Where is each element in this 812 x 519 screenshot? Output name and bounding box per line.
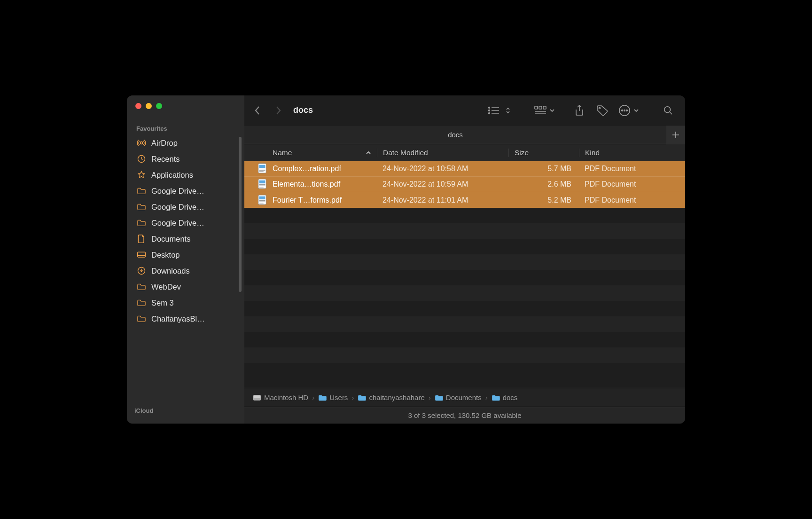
file-row[interactable]: Elementa…tions.pdf 24-Nov-2022 at 10:59 …	[244, 177, 685, 192]
column-date-modified[interactable]: Date Modified	[377, 149, 508, 157]
file-date: 24-Nov-2022 at 11:01 AM	[377, 196, 508, 204]
file-row[interactable]: Complex…ration.pdf 24-Nov-2022 at 10:58 …	[244, 161, 685, 177]
file-kind: PDF Document	[579, 165, 685, 173]
svg-rect-9	[543, 106, 546, 109]
chevron-right-icon: ›	[351, 393, 354, 401]
sidebar-item-desktop[interactable]: Desktop	[127, 247, 244, 263]
column-kind[interactable]: Kind	[579, 149, 685, 157]
forward-button[interactable]	[273, 106, 283, 115]
pdf-file-icon	[258, 179, 268, 190]
path-item-documents[interactable]: Documents	[435, 393, 482, 401]
file-kind: PDF Document	[579, 196, 685, 204]
empty-row	[244, 254, 685, 270]
group-by-button[interactable]	[532, 102, 549, 119]
sidebar-item-sem3[interactable]: Sem 3	[127, 295, 244, 311]
new-tab-button[interactable]	[666, 126, 685, 144]
empty-row	[244, 239, 685, 254]
svg-point-13	[624, 110, 625, 111]
back-button[interactable]	[253, 106, 262, 115]
empty-row	[244, 301, 685, 316]
minimize-window-button[interactable]	[146, 103, 152, 109]
svg-rect-29	[259, 201, 265, 202]
path-item-docs[interactable]: docs	[492, 393, 518, 401]
sidebar-item-google-drive-2[interactable]: Google Drive…	[127, 199, 244, 215]
sidebar-scrollbar[interactable]	[239, 137, 242, 292]
sidebar-item-google-drive-1[interactable]: Google Drive…	[127, 183, 244, 199]
svg-point-6	[489, 112, 490, 114]
view-list-button[interactable]	[485, 102, 502, 119]
path-bar: Macintosh HD › Users › chaitanyashahare …	[244, 388, 685, 407]
sidebar-item-label: WebDev	[151, 283, 181, 291]
sidebar-item-webdev[interactable]: WebDev	[127, 279, 244, 295]
clock-icon	[136, 154, 147, 164]
svg-rect-24	[259, 186, 265, 186]
tab-bar: docs	[244, 126, 685, 144]
finder-window: Favourites AirDrop Recents Applications …	[127, 95, 685, 424]
tags-button[interactable]	[593, 102, 610, 119]
desktop-icon	[136, 250, 147, 260]
pdf-file-icon	[258, 163, 268, 174]
airdrop-icon	[136, 138, 147, 148]
svg-point-10	[599, 107, 601, 109]
sidebar-item-documents[interactable]: Documents	[127, 231, 244, 247]
sidebar-item-chaitanyasbl[interactable]: ChaitanyasBl…	[127, 311, 244, 327]
sidebar-item-label: Google Drive…	[151, 187, 204, 196]
sidebar: Favourites AirDrop Recents Applications …	[127, 95, 244, 424]
folder-icon	[358, 394, 366, 401]
file-date: 24-Nov-2022 at 10:58 AM	[377, 165, 508, 173]
file-row[interactable]: Fourier T…forms.pdf 24-Nov-2022 at 11:01…	[244, 192, 685, 208]
chevron-down-icon[interactable]	[632, 102, 640, 119]
svg-point-12	[622, 110, 623, 111]
path-label: Macintosh HD	[264, 393, 308, 401]
svg-point-4	[489, 107, 490, 108]
folder-icon	[136, 298, 147, 308]
sidebar-item-recents[interactable]: Recents	[127, 151, 244, 167]
svg-rect-8	[539, 106, 542, 109]
sidebar-item-label: Documents	[151, 235, 190, 244]
drive-icon	[253, 394, 261, 401]
svg-rect-25	[259, 187, 264, 187]
folder-icon	[136, 314, 147, 324]
sidebar-item-google-drive-3[interactable]: Google Drive…	[127, 215, 244, 231]
folder-icon	[318, 394, 327, 401]
svg-rect-7	[535, 106, 538, 109]
chevron-right-icon: ›	[429, 393, 431, 401]
sidebar-item-downloads[interactable]: Downloads	[127, 263, 244, 279]
status-bar: 3 of 3 selected, 130.52 GB available	[244, 407, 685, 424]
zoom-window-button[interactable]	[156, 103, 162, 109]
file-size: 5.2 MB	[508, 196, 579, 204]
chevron-down-icon[interactable]	[548, 102, 556, 119]
sidebar-item-airdrop[interactable]: AirDrop	[127, 135, 244, 151]
svg-rect-32	[253, 398, 261, 400]
column-name[interactable]: Name	[273, 149, 377, 157]
file-list: Complex…ration.pdf 24-Nov-2022 at 10:58 …	[244, 161, 685, 388]
share-button[interactable]	[571, 102, 588, 119]
file-size: 5.7 MB	[508, 165, 579, 173]
chevron-right-icon: ›	[485, 393, 488, 401]
search-button[interactable]	[660, 102, 677, 119]
sidebar-item-applications[interactable]: Applications	[127, 167, 244, 183]
main-pane: docs docs Name	[244, 95, 685, 424]
svg-rect-22	[259, 181, 265, 183]
view-options-button[interactable]	[504, 102, 512, 119]
sort-ascending-icon	[366, 150, 371, 155]
more-actions-button[interactable]	[616, 102, 633, 119]
svg-rect-20	[259, 171, 264, 172]
column-size[interactable]: Size	[508, 149, 579, 157]
status-text: 3 of 3 selected, 130.52 GB available	[408, 411, 522, 419]
svg-rect-23	[259, 184, 265, 185]
folder-icon	[136, 218, 147, 228]
path-item-macintosh-hd[interactable]: Macintosh HD	[253, 393, 308, 401]
path-item-home[interactable]: chaitanyashahare	[358, 393, 424, 401]
close-window-button[interactable]	[135, 103, 141, 109]
chevron-right-icon: ›	[312, 393, 314, 401]
empty-row	[244, 208, 685, 223]
svg-point-0	[141, 142, 143, 144]
svg-rect-30	[259, 203, 264, 203]
tab-docs[interactable]: docs	[244, 131, 666, 139]
svg-point-14	[626, 110, 628, 111]
path-item-users[interactable]: Users	[318, 393, 348, 401]
downloads-icon	[136, 266, 147, 276]
folder-icon	[136, 186, 147, 196]
folder-icon	[492, 394, 500, 401]
